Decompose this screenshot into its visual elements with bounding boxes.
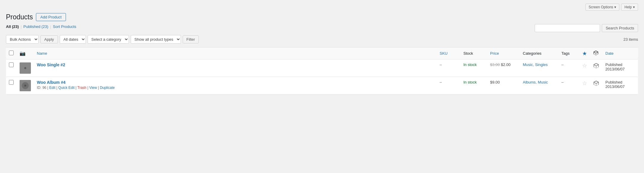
row-checkbox[interactable] bbox=[9, 62, 14, 67]
product-price-cell: $3.00 $2.00 bbox=[487, 59, 520, 77]
product-image-cell bbox=[17, 77, 34, 95]
cube-icon bbox=[593, 62, 599, 69]
tags-col-header: Tags bbox=[558, 48, 579, 59]
price-original: $3.00 bbox=[490, 62, 500, 67]
product-stock-cell: In stock bbox=[460, 59, 487, 77]
product-tags-cell: – bbox=[558, 59, 579, 77]
bulk-actions-select[interactable]: Bulk Actions bbox=[6, 35, 39, 44]
sku-col-header[interactable]: SKU bbox=[437, 48, 460, 59]
stock-col-header: Stock bbox=[460, 48, 487, 59]
dates-select[interactable]: All dates bbox=[60, 35, 86, 44]
search-area: Search Products bbox=[535, 24, 638, 32]
product-name-link[interactable]: Woo Single #2 bbox=[37, 62, 434, 67]
trash-link[interactable]: Trash bbox=[78, 86, 86, 90]
featured-star-icon[interactable]: ☆ bbox=[582, 80, 587, 86]
chevron-down-icon: ▾ bbox=[633, 5, 635, 9]
svg-point-5 bbox=[25, 85, 26, 86]
add-product-button[interactable]: Add Product bbox=[36, 13, 66, 21]
product-date-cell: Published 2013/06/07 bbox=[602, 77, 638, 95]
stock-col-label: Stock bbox=[463, 51, 473, 56]
price-sale: $9.00 bbox=[490, 80, 500, 84]
published-filter-link[interactable]: Published (23) bbox=[23, 24, 48, 29]
filter-row: Bulk Actions Apply All dates Select a ca… bbox=[6, 35, 638, 44]
star-icon: ★ bbox=[582, 51, 587, 56]
items-count: 23 items bbox=[624, 37, 638, 42]
date-value: 2013/06/07 bbox=[605, 67, 625, 71]
products-table: 📷 Name SKU Stock Price Categories bbox=[6, 47, 638, 95]
product-thumbnail bbox=[20, 62, 31, 74]
tags-value: – bbox=[561, 62, 564, 67]
product-type-cell bbox=[590, 59, 602, 77]
svg-point-2 bbox=[25, 68, 26, 68]
categories-col-header: Categories bbox=[520, 48, 558, 59]
product-id: ID: 96 bbox=[37, 86, 46, 90]
all-filter-link[interactable]: All (23) bbox=[6, 24, 19, 29]
product-name-link[interactable]: Woo Album #4 bbox=[37, 80, 434, 85]
product-featured-cell[interactable]: ☆ bbox=[579, 59, 590, 77]
all-count: (23) bbox=[12, 24, 19, 29]
select-all-checkbox[interactable] bbox=[9, 51, 14, 55]
search-products-button[interactable]: Search Products bbox=[602, 24, 638, 32]
product-types-select[interactable]: Show all product types bbox=[131, 35, 181, 44]
apply-button[interactable]: Apply bbox=[40, 35, 58, 43]
edit-link[interactable]: Edit bbox=[49, 86, 56, 90]
tags-col-label: Tags bbox=[561, 51, 569, 56]
product-categories-cell: Music, Singles bbox=[520, 59, 558, 77]
product-type-cell bbox=[590, 77, 602, 95]
duplicate-link[interactable]: Duplicate bbox=[100, 86, 115, 90]
sku-value: – bbox=[440, 62, 442, 67]
categories-link[interactable]: Music, Singles bbox=[523, 62, 548, 67]
product-name-cell: Woo Single #2 bbox=[34, 59, 437, 77]
search-input[interactable] bbox=[535, 24, 600, 32]
row-checkbox-cell[interactable] bbox=[6, 77, 17, 95]
row-actions: ID: 96 | Edit | Quick Edit | Trash | Vie… bbox=[37, 86, 434, 90]
table-header-row: 📷 Name SKU Stock Price Categories bbox=[6, 48, 638, 59]
view-link[interactable]: View bbox=[89, 86, 97, 90]
screen-options-button[interactable]: Screen Options ▾ bbox=[585, 4, 620, 11]
filter-label: Filter bbox=[187, 37, 195, 42]
categories-link[interactable]: Albums, Music bbox=[523, 80, 548, 84]
page-title: Products bbox=[6, 13, 33, 21]
price-col-header[interactable]: Price bbox=[487, 48, 520, 59]
date-col-label: Date bbox=[605, 51, 613, 56]
date-col-header[interactable]: Date bbox=[602, 48, 638, 59]
product-categories-cell: Albums, Music bbox=[520, 77, 558, 95]
published-label: Published bbox=[23, 24, 40, 29]
tags-value: – bbox=[561, 80, 564, 84]
cube-icon bbox=[593, 80, 599, 86]
image-col-header: 📷 bbox=[17, 48, 34, 59]
product-sku-cell: – bbox=[437, 77, 460, 95]
product-thumbnail bbox=[20, 80, 31, 91]
table-row: Woo Album #4 ID: 96 | Edit | Quick Edit … bbox=[6, 77, 638, 95]
sort-products-label: Sort Products bbox=[53, 24, 76, 29]
product-featured-cell[interactable]: ☆ bbox=[579, 77, 590, 95]
product-sku-cell: – bbox=[437, 59, 460, 77]
stock-value: In stock bbox=[463, 80, 477, 84]
row-checkbox[interactable] bbox=[9, 80, 14, 85]
featured-star-icon[interactable]: ☆ bbox=[582, 63, 587, 69]
type-col-header bbox=[590, 48, 602, 59]
filter-button[interactable]: Filter bbox=[183, 35, 199, 43]
price-sale: $2.00 bbox=[501, 62, 511, 67]
cube-icon bbox=[593, 50, 599, 56]
category-select[interactable]: Select a category bbox=[88, 35, 129, 44]
product-name-cell: Woo Album #4 ID: 96 | Edit | Quick Edit … bbox=[34, 77, 437, 95]
quick-edit-link[interactable]: Quick Edit bbox=[58, 86, 75, 90]
image-icon: 📷 bbox=[20, 51, 26, 56]
sort-products-link[interactable]: Sort Products bbox=[53, 24, 76, 29]
add-product-label: Add Product bbox=[40, 15, 62, 19]
categories-col-label: Categories bbox=[523, 51, 542, 56]
chevron-down-icon: ▾ bbox=[614, 5, 616, 9]
product-date-cell: Published 2013/06/07 bbox=[602, 59, 638, 77]
featured-col-header: ★ bbox=[579, 48, 590, 59]
row-checkbox-cell[interactable] bbox=[6, 59, 17, 77]
product-tags-cell: – bbox=[558, 77, 579, 95]
select-all-header[interactable] bbox=[6, 48, 17, 59]
date-status: Published bbox=[605, 62, 622, 67]
separator: | bbox=[50, 24, 51, 29]
help-button[interactable]: Help ▾ bbox=[621, 4, 638, 11]
table-row: Woo Single #2 – In stock $3.00 $2.00 Mus… bbox=[6, 59, 638, 77]
sublinks-bar: All (23) | Published (23) | Sort Product… bbox=[6, 24, 76, 29]
name-col-label: Name bbox=[37, 51, 47, 56]
name-col-header[interactable]: Name bbox=[34, 48, 437, 59]
